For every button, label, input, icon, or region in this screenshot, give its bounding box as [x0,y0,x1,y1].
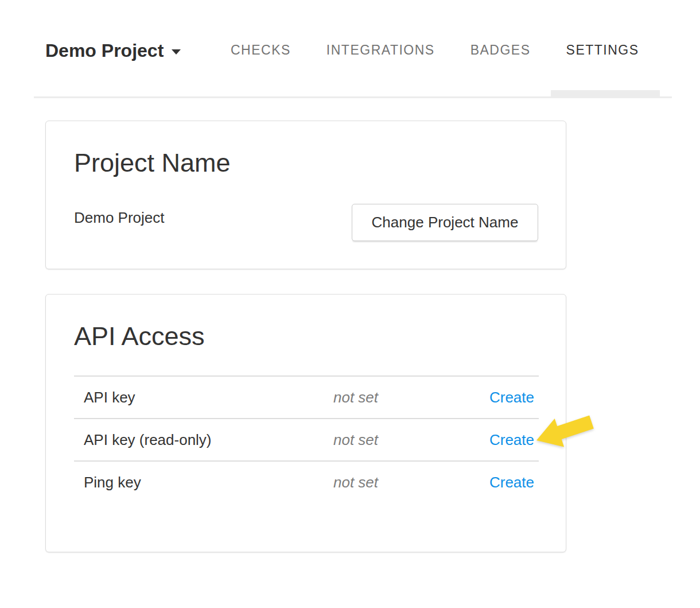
annotation-arrow-icon [536,415,594,448]
create-ping-key-link[interactable]: Create [489,474,534,491]
key-label: API key [74,389,333,406]
tab-settings[interactable]: SETTINGS [566,44,639,57]
header-divider [34,96,672,98]
table-row: API key not set Create [74,375,539,418]
project-settings-page: Demo Project CHECKS INTEGRATIONS BADGES … [0,0,700,608]
change-project-name-button[interactable]: Change Project Name [352,204,538,241]
create-api-key-link[interactable]: Create [489,389,534,406]
key-label: API key (read-only) [74,431,333,449]
tab-badges[interactable]: BADGES [470,44,531,57]
key-value: not set [333,431,480,449]
table-row: API key (read-only) not set Create [74,418,539,460]
key-value: not set [333,389,480,406]
project-name-card: Project Name Demo Project Change Project… [45,121,566,269]
key-action-cell: Create [480,431,539,449]
key-action-cell: Create [480,389,539,406]
key-action-cell: Create [480,474,539,491]
project-selector[interactable]: Demo Project [45,40,181,61]
table-row: Ping key not set Create [74,460,539,503]
key-value: not set [333,474,480,491]
annotation-arrow-shape [536,416,594,447]
project-name-card-title: Project Name [74,150,231,176]
tab-checks[interactable]: CHECKS [231,44,291,57]
project-selector-label: Demo Project [45,40,164,61]
api-access-card: API Access API key not set Create API ke… [45,294,566,552]
key-label: Ping key [74,474,333,491]
api-access-card-title: API Access [74,323,205,349]
chevron-down-icon [172,49,181,55]
nav-tabs: CHECKS INTEGRATIONS BADGES SETTINGS [231,44,639,57]
api-keys-table: API key not set Create API key (read-onl… [74,375,539,503]
tab-integrations[interactable]: INTEGRATIONS [326,44,435,57]
project-name-value: Demo Project [74,210,165,225]
create-api-key-readonly-link[interactable]: Create [489,431,534,448]
